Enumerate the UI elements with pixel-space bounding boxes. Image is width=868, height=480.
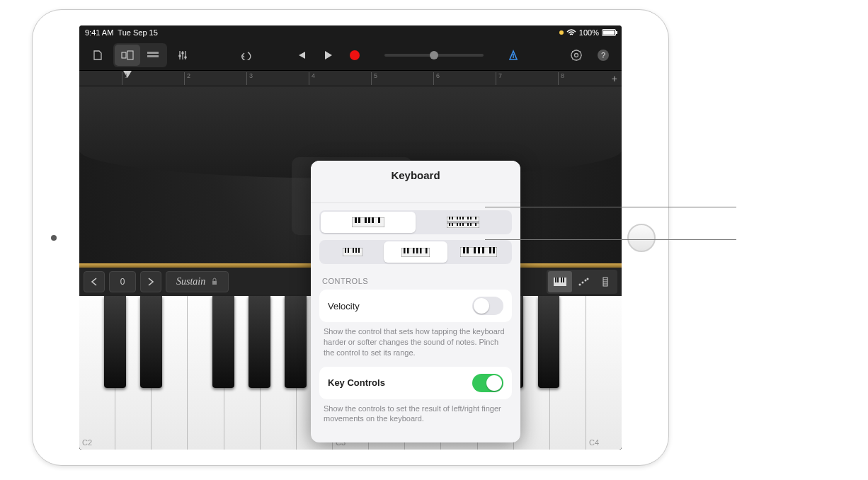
svg-rect-15 xyxy=(561,278,562,282)
svg-rect-32 xyxy=(457,217,458,219)
octave-up-button[interactable] xyxy=(140,271,161,292)
callout-line-rows xyxy=(485,207,736,207)
svg-rect-1 xyxy=(127,51,133,59)
ruler-tick: 8 xyxy=(558,72,564,85)
svg-rect-23 xyxy=(355,217,357,223)
black-key[interactable] xyxy=(538,296,560,388)
double-row-option[interactable] xyxy=(416,212,510,233)
ruler-tick: 3 xyxy=(246,72,253,85)
white-key[interactable]: C4 xyxy=(586,296,622,450)
medium-keyboard-icon xyxy=(401,248,430,257)
svg-rect-51 xyxy=(355,248,357,253)
tracks-view-button[interactable] xyxy=(140,45,166,66)
settings-button[interactable] xyxy=(565,45,588,66)
svg-rect-2 xyxy=(147,52,159,54)
black-key[interactable] xyxy=(140,296,162,388)
black-key[interactable] xyxy=(212,296,234,388)
svg-rect-57 xyxy=(416,248,418,253)
keyboard-settings-popover: Keyboard xyxy=(311,161,520,442)
svg-rect-48 xyxy=(345,248,346,253)
svg-rect-46 xyxy=(475,223,476,226)
svg-rect-33 xyxy=(459,217,461,219)
master-volume-slider[interactable] xyxy=(384,54,484,57)
size-large-option[interactable] xyxy=(447,241,510,263)
svg-rect-62 xyxy=(467,247,469,253)
metronome-button[interactable] xyxy=(502,45,525,66)
callout-line-size xyxy=(485,239,736,240)
ruler-tick: 7 xyxy=(496,72,502,85)
svg-rect-16 xyxy=(563,278,564,282)
ruler-tick: 2 xyxy=(184,72,190,85)
svg-text:?: ? xyxy=(601,51,605,59)
record-icon xyxy=(350,50,360,60)
svg-rect-67 xyxy=(493,247,495,253)
instrument-area: 0 Sustain xyxy=(79,86,622,450)
play-button[interactable] xyxy=(316,45,339,66)
key-label: C4 xyxy=(589,438,599,447)
undo-button[interactable] xyxy=(234,45,257,66)
keyboard-layout-group xyxy=(547,270,617,294)
svg-point-8 xyxy=(575,53,578,57)
svg-rect-30 xyxy=(449,217,450,219)
svg-rect-59 xyxy=(426,248,428,253)
track-controls-button[interactable] xyxy=(171,45,194,66)
timeline-ruler[interactable]: + 12345678 xyxy=(79,71,622,86)
single-row-option[interactable] xyxy=(321,212,416,233)
black-key[interactable] xyxy=(249,296,270,388)
scale-icon xyxy=(601,277,610,287)
svg-point-6 xyxy=(184,56,187,59)
svg-rect-45 xyxy=(470,223,472,226)
svg-rect-61 xyxy=(463,247,465,253)
record-button[interactable] xyxy=(343,45,366,66)
svg-rect-49 xyxy=(348,248,349,253)
key-label: C2 xyxy=(82,438,92,447)
keyboard-icon xyxy=(554,278,566,286)
velocity-row: Velocity xyxy=(319,290,512,322)
my-songs-button[interactable] xyxy=(86,45,109,66)
svg-rect-28 xyxy=(378,217,380,223)
ruler-tick: 4 xyxy=(309,72,315,85)
key-controls-toggle[interactable] xyxy=(472,374,503,392)
svg-rect-63 xyxy=(474,247,476,253)
svg-rect-36 xyxy=(470,217,472,219)
location-indicator-icon xyxy=(559,30,564,35)
help-button[interactable]: ? xyxy=(592,45,615,66)
svg-rect-58 xyxy=(420,248,422,253)
octave-down-button[interactable] xyxy=(84,271,105,292)
app-screen: 9:41 AM Tue Sep 15 100% xyxy=(79,25,622,450)
svg-rect-50 xyxy=(353,248,354,253)
add-section-button[interactable]: + xyxy=(612,73,617,84)
svg-rect-25 xyxy=(365,217,367,223)
browser-view-button[interactable] xyxy=(115,45,140,66)
size-medium-option[interactable] xyxy=(384,241,447,263)
home-button[interactable] xyxy=(627,224,656,252)
arpeggiator-button[interactable] xyxy=(572,271,595,292)
svg-rect-39 xyxy=(449,223,450,226)
key-controls-description: Show the controls to set the result of l… xyxy=(319,399,512,433)
keyboard-layout-button[interactable] xyxy=(548,271,572,292)
size-small-option[interactable] xyxy=(321,241,384,263)
status-bar: 9:41 AM Tue Sep 15 100% xyxy=(79,25,622,40)
battery-percent: 100% xyxy=(579,28,599,37)
arpeggio-icon xyxy=(578,278,589,286)
status-time: 9:41 AM xyxy=(85,28,113,37)
svg-rect-41 xyxy=(457,223,458,226)
controls-section-label: CONTROLS xyxy=(319,270,512,290)
svg-rect-26 xyxy=(368,217,370,223)
scale-button[interactable] xyxy=(595,271,616,292)
black-key[interactable] xyxy=(285,296,307,388)
popover-title: Keyboard xyxy=(311,161,520,203)
svg-point-4 xyxy=(178,55,181,57)
velocity-toggle[interactable] xyxy=(472,297,503,315)
black-key[interactable] xyxy=(104,296,126,388)
go-to-start-button[interactable] xyxy=(290,45,312,66)
svg-point-7 xyxy=(571,50,581,60)
velocity-description: Show the control that sets how tapping t… xyxy=(319,322,512,367)
popover-arrow xyxy=(519,292,520,307)
svg-rect-27 xyxy=(372,217,374,223)
svg-rect-54 xyxy=(404,248,406,253)
front-camera xyxy=(51,235,57,241)
keyboard-rows-segmented xyxy=(319,210,512,234)
slider-knob[interactable] xyxy=(430,51,438,59)
sustain-button[interactable]: Sustain xyxy=(166,271,229,292)
